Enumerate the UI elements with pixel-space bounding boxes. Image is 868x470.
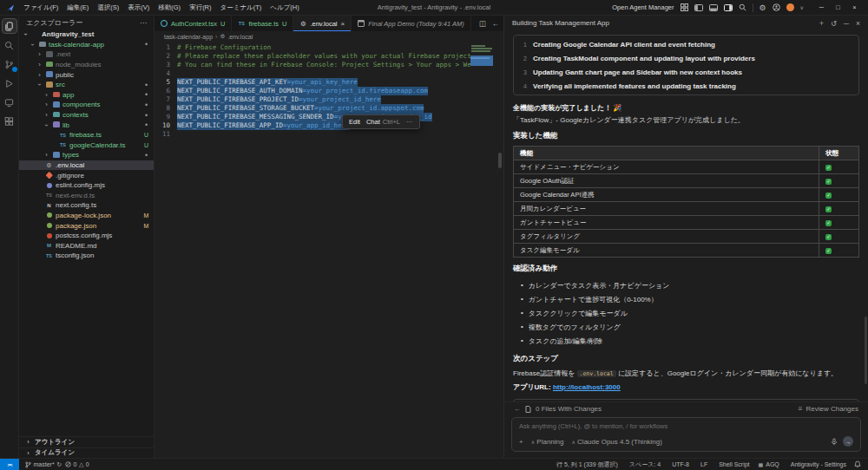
toggle-secondary-sidebar-icon[interactable] (724, 4, 733, 11)
sync-icon[interactable]: ↻ (56, 461, 62, 468)
tree-item[interactable]: .gitignore (19, 170, 154, 180)
minimize-button[interactable]: ─ (813, 3, 830, 11)
code-line[interactable]: 1 # Firebase Configuration (155, 43, 470, 52)
panel-scrollbar[interactable] (865, 317, 867, 384)
editor-tab[interactable]: firebase.ts U (232, 16, 293, 31)
mode-selector[interactable]: ∧ Planning (531, 438, 564, 446)
tree-item[interactable]: types • (19, 150, 154, 160)
menu-item[interactable]: ターミナル(T) (216, 3, 266, 13)
code-line[interactable]: 9 NEXT_PUBLIC_FIREBASE_MESSAGING_SENDER_… (155, 113, 470, 121)
chevron-down-icon[interactable]: ∨ (800, 4, 804, 10)
tree-item[interactable]: src • (19, 80, 154, 90)
menu-item[interactable]: ファイル(F) (19, 3, 62, 13)
menu-item[interactable]: 表示(V) (123, 3, 154, 13)
conversation-title[interactable]: Building Task Management App (512, 19, 812, 27)
chat-input[interactable] (519, 422, 853, 430)
settings-gear-icon[interactable]: ⚙ (760, 3, 766, 12)
minimap[interactable] (470, 43, 495, 458)
collapse-arrow-icon[interactable]: ← (514, 405, 521, 413)
tree-item[interactable]: app • (19, 90, 154, 101)
editor-tab[interactable]: Final App Demo (Today 9:41 AM) (352, 16, 470, 31)
popup-more-icon[interactable]: ⋯ (406, 118, 413, 127)
tree-item[interactable]: node_modules (19, 60, 154, 70)
menu-item[interactable]: 編集(E) (62, 3, 93, 13)
source-control-icon[interactable] (2, 56, 17, 72)
customize-layout-icon[interactable] (681, 3, 688, 11)
edit-action-button[interactable]: Edit (349, 118, 360, 127)
remote-explorer-icon[interactable] (2, 95, 17, 110)
toggle-panel-icon[interactable] (709, 4, 718, 11)
model-selector[interactable]: ∧ Claude Opus 4.5 (Thinking) (571, 438, 661, 446)
timeline-section[interactable]: タイムライン (19, 447, 154, 459)
maximize-button[interactable]: □ (830, 3, 846, 11)
close-panel-icon[interactable]: × (856, 19, 860, 28)
editor-tab[interactable]: .env.local × (293, 16, 352, 31)
code-line[interactable]: 8 NEXT_PUBLIC_FIREBASE_STORAGE_BUCKET=yo… (155, 104, 470, 113)
code-lines[interactable]: 1 # Firebase Configuration 2 # Please re… (155, 42, 470, 458)
tree-item[interactable]: package-lock.json M (19, 211, 154, 221)
agent-step-item[interactable]: 2 Creating TaskModal component and updat… (514, 51, 858, 65)
tab-close-icon[interactable]: × (341, 20, 345, 28)
minimize-panel-icon[interactable]: ─ (844, 19, 849, 28)
tree-item[interactable]: firebase.ts U (19, 130, 154, 140)
bell-icon[interactable] (854, 460, 868, 468)
localhost-link[interactable]: http://localhost:3000 (553, 383, 621, 391)
status-item[interactable]: 行 5, 列 1 (339 個選択) (554, 460, 618, 469)
code-line[interactable]: 4 (155, 69, 470, 78)
status-item[interactable]: スペース: 4 (627, 460, 661, 469)
tree-item[interactable]: task-calendar-app • (19, 40, 154, 50)
tree-item[interactable]: README.md (19, 240, 154, 251)
tree-item[interactable]: tsconfig.json (19, 251, 154, 261)
code-line[interactable]: 7 NEXT_PUBLIC_FIREBASE_PROJECT_ID=your_p… (155, 95, 470, 104)
status-item[interactable]: Antigravity - Settings (788, 461, 846, 467)
code-line[interactable]: 10 NEXT_PUBLIC_FIREBASE_APP_ID=your_app_… (155, 121, 470, 130)
send-button[interactable]: → (843, 436, 853, 447)
toggle-sidebar-icon[interactable] (694, 4, 703, 11)
status-item[interactable]: UTF-8 (669, 461, 689, 467)
chat-action-button[interactable]: Chat (366, 118, 380, 127)
menu-item[interactable]: 選択(S) (93, 3, 123, 13)
review-changes-button[interactable]: ≡ Review Changes (799, 405, 858, 413)
new-conversation-icon[interactable]: + (819, 19, 824, 28)
tree-item[interactable]: .env.local (19, 160, 154, 171)
outline-section[interactable]: アウトライン (19, 436, 154, 447)
code-line[interactable]: 2 # Please replace these placeholder val… (155, 52, 470, 61)
tree-item[interactable]: postcss.config.mjs (19, 231, 154, 241)
code-line[interactable]: 6 NEXT_PUBLIC_FIREBASE_AUTH_DOMAIN=your_… (155, 87, 470, 95)
menu-item[interactable]: ヘルプ(H) (266, 3, 303, 13)
tree-item[interactable]: eslint.config.mjs (19, 180, 154, 191)
search-icon[interactable] (2, 37, 17, 53)
editor-scrollbar[interactable] (496, 42, 503, 458)
chat-input-box[interactable]: + ∧ Planning ∧ Claude Opus 4.5 (Thinking… (511, 417, 861, 452)
problems-item[interactable]: 0 △ 0 (65, 461, 89, 468)
tree-item[interactable]: lib • (19, 120, 154, 130)
tree-item[interactable]: .next (19, 49, 154, 60)
more-actions-icon[interactable]: ⋯ (140, 19, 147, 27)
split-editor-icon[interactable]: ◫ (479, 19, 486, 28)
extensions-icon[interactable] (2, 114, 17, 129)
status-item[interactable]: Shell Script (716, 461, 749, 467)
status-item[interactable]: LF (698, 461, 707, 467)
tree-item[interactable]: components • (19, 100, 154, 110)
editor-tab[interactable]: AuthContext.tsx U (155, 16, 232, 31)
run-debug-icon[interactable] (2, 75, 17, 91)
tree-item[interactable]: contexts • (19, 110, 154, 121)
tree-item[interactable]: Antigravity_test (19, 29, 154, 40)
tree-item[interactable]: next-env.d.ts (19, 191, 154, 201)
breadcrumb[interactable]: task-calendar-app › ⚙ .env.local (155, 31, 503, 42)
add-context-icon[interactable]: + (519, 438, 523, 446)
account-icon[interactable] (773, 3, 780, 11)
agent-step-item[interactable]: 3 Updating Gantt chart page and Sidebar … (514, 65, 858, 79)
breadcrumb-file[interactable]: .env.local (227, 34, 253, 40)
history-icon[interactable]: ↺ (831, 19, 837, 28)
status-item[interactable]: AGQ (759, 461, 779, 467)
remote-indicator[interactable]: >< (0, 459, 19, 470)
agent-step-item[interactable]: 1 Creating Google Calendar API client an… (514, 37, 858, 51)
open-agent-manager-button[interactable]: Open Agent Manager (612, 3, 674, 11)
tree-item[interactable]: package.json M (19, 220, 154, 231)
explorer-icon[interactable] (2, 18, 17, 34)
tree-item[interactable]: next.config.ts (19, 200, 154, 211)
code-editor[interactable]: 1 # Firebase Configuration 2 # Please re… (155, 42, 503, 458)
close-button[interactable]: × (846, 3, 863, 11)
code-line[interactable]: 5 NEXT_PUBLIC_FIREBASE_API_KEY=your_api_… (155, 78, 470, 87)
